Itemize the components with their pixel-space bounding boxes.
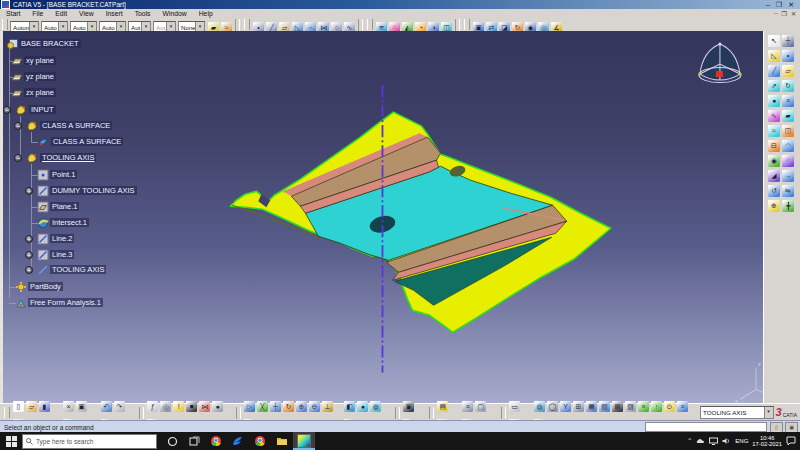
extract-icon[interactable]: ◉ [768, 155, 780, 167]
iso-view-icon[interactable]: ◧ [344, 401, 355, 412]
zoom-out-icon[interactable]: ⊖ [309, 401, 320, 412]
tree-item-base-bracket[interactable]: BASE BRACKET [3, 38, 243, 50]
catia-taskbar-button[interactable] [293, 432, 315, 450]
taskbar-clock[interactable]: 10:46 17-02-2021 [752, 435, 782, 448]
sphere-gray-icon[interactable]: ● [212, 401, 223, 412]
named-views-combo[interactable]: TOOLING AXIS ▾ [700, 406, 773, 419]
tree-item-tooling-axis[interactable]: +TOOLING AXIS [3, 264, 243, 276]
magnifier-yellow-icon[interactable]: ⊙ [664, 401, 675, 412]
fillet-icon[interactable]: ◜ [782, 155, 794, 167]
open-icon[interactable]: ▱ [26, 401, 37, 412]
tree-item-label[interactable]: DUMMY TOOLING AXIS [50, 186, 137, 195]
sphere-icon[interactable]: ● [768, 95, 780, 107]
box-dark-icon[interactable]: ▩ [612, 401, 623, 412]
close-button[interactable]: ✕ [788, 0, 794, 9]
manipulation-icon[interactable]: ┼ [782, 35, 794, 47]
taskbar-search-input[interactable]: Type here to search [22, 434, 157, 449]
plane-icon[interactable]: ▱ [782, 65, 794, 77]
copy-icon[interactable]: ▣ [76, 401, 87, 412]
cut-icon[interactable]: × [63, 401, 74, 412]
normal-view-icon[interactable]: ⊥ [322, 401, 333, 412]
link-icon[interactable]: ⋈ [199, 401, 210, 412]
3d-viewport[interactable]: z x y BASE BRACKETxy planeyz planezx pla… [0, 31, 763, 403]
tree-icon[interactable]: ↑ [651, 401, 662, 412]
start-button[interactable] [0, 432, 22, 450]
fit-all-in-icon[interactable]: ╳ [257, 401, 268, 412]
split-icon[interactable]: ◫ [782, 125, 794, 137]
tree-item-label[interactable]: Intersect.1 [50, 218, 89, 227]
catalog-icon[interactable]: ▤ [437, 401, 448, 412]
tree-item-label[interactable]: TOOLING AXIS [50, 265, 106, 274]
tree-item-free-form-analysis-1[interactable]: Free Form Analysis.1 [3, 297, 243, 309]
toolbar-drag-handle[interactable] [4, 407, 10, 418]
tree-item-class-a-surface[interactable]: −CLASS A SURFACE [3, 120, 243, 132]
new-icon[interactable]: ▯ [13, 401, 24, 412]
tree-expander-plus-icon[interactable]: + [25, 235, 33, 243]
tree-item-input[interactable]: −INPUT [3, 104, 243, 116]
box-blue-icon[interactable]: ▧ [599, 401, 610, 412]
sweep-icon[interactable]: ∿ [768, 110, 780, 122]
stack-icon[interactable]: ≡ [677, 401, 688, 412]
tree-item-label[interactable]: zx plane [24, 88, 56, 97]
tree-item-tooling-axis[interactable]: −TOOLING AXIS [3, 152, 243, 164]
translate-icon[interactable]: → [782, 170, 794, 182]
sketcher-icon[interactable]: ◺ [768, 50, 780, 62]
tree-item-partbody[interactable]: PartBody [3, 281, 243, 293]
fly-mode-icon[interactable]: ▷ [244, 401, 255, 412]
tree-item-label[interactable]: BASE BRACKET [19, 39, 81, 48]
table-icon[interactable]: ⊞ [573, 401, 584, 412]
screen-icon[interactable]: ■ [186, 401, 197, 412]
tree-expander-minus-icon[interactable]: − [14, 154, 22, 162]
volume-icon[interactable] [722, 437, 731, 445]
tree-item-label[interactable]: PartBody [28, 282, 63, 291]
line-icon[interactable]: ╱ [768, 65, 780, 77]
tree-item-plane-1[interactable]: Plane.1 [3, 201, 243, 213]
tree-item-zx-plane[interactable]: zx plane [3, 87, 243, 99]
join-icon[interactable]: ⊕ [768, 200, 780, 212]
tree-expander-plus-icon[interactable]: + [25, 266, 33, 274]
tree-item-intersect-1[interactable]: Intersect.1 [3, 217, 243, 229]
symmetry-icon[interactable]: ⇋ [782, 185, 794, 197]
tree-item-label[interactable]: INPUT [29, 105, 56, 114]
language-indicator[interactable]: ENG [735, 438, 748, 444]
tree-item-label[interactable]: yz plane [24, 72, 56, 81]
onedrive-cloud-icon[interactable] [696, 437, 705, 445]
toolbar-drag-handle[interactable] [2, 19, 8, 30]
tree-expander-minus-icon[interactable]: − [3, 106, 11, 114]
boundary-icon[interactable]: ◠ [782, 140, 794, 152]
tree-item-label[interactable]: Point.1 [50, 170, 77, 179]
shading-edges-icon[interactable]: ◍ [370, 401, 381, 412]
cortana-button[interactable] [161, 432, 183, 450]
doc-window-button[interactable]: ▣ [785, 422, 798, 433]
trim-icon[interactable]: ⊟ [768, 140, 780, 152]
chrome-button[interactable] [205, 432, 227, 450]
display-icon[interactable] [709, 437, 718, 445]
tree-item-dummy-tooling-axis[interactable]: +DUMMY TOOLING AXIS [3, 185, 243, 197]
undo-icon[interactable]: ↶ [101, 401, 112, 412]
minimize-button[interactable]: – [766, 0, 770, 9]
point-icon[interactable]: • [782, 50, 794, 62]
shading-icon[interactable]: ● [357, 401, 368, 412]
tree-item-label[interactable]: Line.2 [50, 234, 74, 243]
chrome-2-button[interactable] [249, 432, 271, 450]
tree-expander-plus-icon[interactable]: + [25, 251, 33, 259]
mdi-restore-button[interactable]: ❐ [782, 10, 787, 17]
tree-item-point-1[interactable]: Point.1 [3, 169, 243, 181]
tree-item-label[interactable]: CLASS A SURFACE [51, 137, 123, 146]
formula-icon[interactable]: ƒ [147, 401, 158, 412]
rotate-view-icon[interactable]: ↻ [283, 401, 294, 412]
tree-item-line-2[interactable]: +Line.2 [3, 233, 243, 245]
power-input-lock-button[interactable]: ▯ [770, 422, 783, 433]
knowledge-bulb-icon[interactable]: ! [173, 401, 184, 412]
box-dashed-icon[interactable]: ▨ [625, 401, 636, 412]
select-arrow-icon[interactable]: ↖ [768, 35, 780, 47]
mdi-minimize-button[interactable]: – [774, 10, 777, 17]
toolbar-drag-handle[interactable] [367, 19, 373, 30]
tree-item-label[interactable]: CLASS A SURFACE [40, 121, 112, 130]
power-input-field[interactable] [645, 422, 767, 432]
tree-item-xy-plane[interactable]: xy plane [3, 55, 243, 67]
tree-expander-plus-icon[interactable]: + [25, 187, 33, 195]
manikin-icon[interactable]: Y [560, 401, 571, 412]
file-explorer-button[interactable] [271, 432, 293, 450]
tree-item-label[interactable]: Plane.1 [50, 202, 79, 211]
